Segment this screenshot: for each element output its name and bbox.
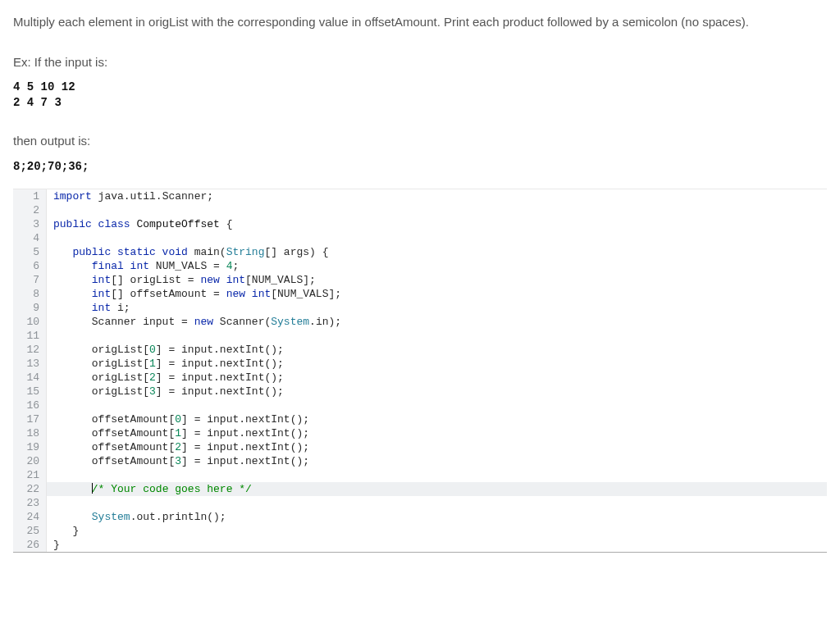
code-line[interactable]: 10 Scanner input = new Scanner(System.in… — [13, 315, 827, 329]
code-content[interactable] — [47, 203, 827, 217]
line-number: 13 — [13, 357, 47, 371]
code-line[interactable]: 4 — [13, 231, 827, 245]
line-number: 26 — [13, 538, 47, 552]
line-number: 4 — [13, 231, 47, 245]
line-number: 8 — [13, 287, 47, 301]
code-content[interactable]: final int NUM_VALS = 4; — [47, 259, 827, 273]
line-number: 24 — [13, 510, 47, 524]
line-number: 16 — [13, 398, 47, 412]
code-line[interactable]: 12 origList[0] = input.nextInt(); — [13, 343, 827, 357]
line-number: 18 — [13, 426, 47, 440]
code-line[interactable]: 24 System.out.println(); — [13, 510, 827, 524]
code-line[interactable]: 14 origList[2] = input.nextInt(); — [13, 371, 827, 385]
line-number: 9 — [13, 301, 47, 315]
code-line[interactable]: 22 /* Your code goes here */ — [13, 482, 827, 496]
line-number: 22 — [13, 482, 47, 496]
code-content[interactable]: public class ComputeOffset { — [47, 217, 827, 231]
code-content[interactable]: } — [47, 538, 827, 552]
line-number: 19 — [13, 440, 47, 454]
code-content[interactable]: public static void main(String[] args) { — [47, 245, 827, 259]
line-number: 5 — [13, 245, 47, 259]
code-line[interactable]: 3public class ComputeOffset { — [13, 217, 827, 231]
code-content[interactable] — [47, 231, 827, 245]
code-line[interactable]: 7 int[] origList = new int[NUM_VALS]; — [13, 273, 827, 287]
code-content[interactable]: origList[3] = input.nextInt(); — [47, 385, 827, 398]
code-line[interactable]: 18 offsetAmount[1] = input.nextInt(); — [13, 426, 827, 440]
instructions-text: Multiply each element in origList with t… — [13, 13, 827, 32]
code-line[interactable]: 2 — [13, 203, 827, 217]
code-content[interactable]: Scanner input = new Scanner(System.in); — [47, 315, 827, 329]
line-number: 21 — [13, 468, 47, 482]
code-line[interactable]: 1import java.util.Scanner; — [13, 189, 827, 203]
code-line[interactable]: 21 — [13, 468, 827, 482]
code-content[interactable]: int i; — [47, 301, 827, 315]
line-number: 3 — [13, 217, 47, 231]
code-content[interactable]: offsetAmount[0] = input.nextInt(); — [47, 412, 827, 426]
code-content[interactable]: origList[2] = input.nextInt(); — [47, 371, 827, 385]
line-number: 6 — [13, 259, 47, 273]
code-content[interactable] — [47, 468, 827, 482]
code-content[interactable]: /* Your code goes here */ — [47, 482, 827, 496]
code-line[interactable]: 15 origList[3] = input.nextInt(); — [13, 385, 827, 398]
line-number: 14 — [13, 371, 47, 385]
line-number: 12 — [13, 343, 47, 357]
line-number: 20 — [13, 454, 47, 468]
code-line[interactable]: 5 public static void main(String[] args)… — [13, 245, 827, 259]
code-line[interactable]: 11 — [13, 329, 827, 343]
code-line[interactable]: 19 offsetAmount[2] = input.nextInt(); — [13, 440, 827, 454]
line-number: 2 — [13, 203, 47, 217]
code-content[interactable]: offsetAmount[1] = input.nextInt(); — [47, 426, 827, 440]
code-line[interactable]: 20 offsetAmount[3] = input.nextInt(); — [13, 454, 827, 468]
code-line[interactable]: 6 final int NUM_VALS = 4; — [13, 259, 827, 273]
code-content[interactable]: offsetAmount[2] = input.nextInt(); — [47, 440, 827, 454]
code-content[interactable]: int[] origList = new int[NUM_VALS]; — [47, 273, 827, 287]
code-line[interactable]: 8 int[] offsetAmount = new int[NUM_VALS]… — [13, 287, 827, 301]
code-line[interactable]: 13 origList[1] = input.nextInt(); — [13, 357, 827, 371]
code-line[interactable]: 9 int i; — [13, 301, 827, 315]
example-label: Ex: If the input is: — [13, 53, 827, 72]
code-content[interactable] — [47, 496, 827, 510]
example-output: 8;20;70;36; — [13, 158, 827, 175]
code-content[interactable] — [47, 398, 827, 412]
code-line[interactable]: 17 offsetAmount[0] = input.nextInt(); — [13, 412, 827, 426]
line-number: 17 — [13, 412, 47, 426]
line-number: 7 — [13, 273, 47, 287]
code-content[interactable]: } — [47, 524, 827, 538]
code-content[interactable]: import java.util.Scanner; — [47, 189, 827, 203]
code-line[interactable]: 25 } — [13, 524, 827, 538]
line-number: 23 — [13, 496, 47, 510]
line-number: 15 — [13, 385, 47, 398]
code-content[interactable]: origList[0] = input.nextInt(); — [47, 343, 827, 357]
code-line[interactable]: 16 — [13, 398, 827, 412]
code-content[interactable] — [47, 329, 827, 343]
line-number: 1 — [13, 189, 47, 203]
line-number: 10 — [13, 315, 47, 329]
then-output-label: then output is: — [13, 132, 827, 151]
code-content[interactable]: System.out.println(); — [47, 510, 827, 524]
line-number: 25 — [13, 524, 47, 538]
code-line[interactable]: 26} — [13, 538, 827, 552]
code-line[interactable]: 23 — [13, 496, 827, 510]
code-content[interactable]: int[] offsetAmount = new int[NUM_VALS]; — [47, 287, 827, 301]
example-input: 4 5 10 12 2 4 7 3 — [13, 80, 827, 111]
code-content[interactable]: offsetAmount[3] = input.nextInt(); — [47, 454, 827, 468]
code-editor[interactable]: 1import java.util.Scanner;23public class… — [13, 189, 827, 553]
line-number: 11 — [13, 329, 47, 343]
code-content[interactable]: origList[1] = input.nextInt(); — [47, 357, 827, 371]
